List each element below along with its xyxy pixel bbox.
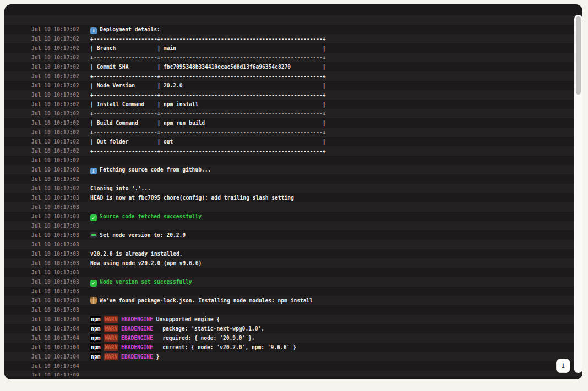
log-text-segment: npm [90,316,101,323]
log-line: Jul 10 10:17:03Set node version to: 20.2… [4,221,582,230]
log-timestamp: Jul 10 10:17:04 [31,324,90,333]
check-icon [90,280,97,287]
log-text-segment: WARN [104,316,118,323]
log-timestamp: Jul 10 10:17:02 [31,81,90,90]
log-message: Node version set successfully [90,279,192,285]
log-timestamp: Jul 10 10:17:02 [31,109,90,118]
log-message: | Node Version | 20.2.0 | [90,82,325,89]
log-message: Fetching source code from github... [90,167,211,173]
log-message: | Install Command | npm install | [90,101,325,107]
log-line: Jul 10 10:17:03v20.2.0 is already instal… [4,240,582,249]
log-message: | Out folder | out | [90,139,325,145]
down-arrow-icon: ↓ [560,362,567,370]
log-text-segment: +--------------------+------------------… [90,148,325,154]
log-timestamp: Jul 10 10:17:02 [31,43,90,53]
scrollbar-thumb[interactable] [576,16,581,95]
log-text-segment: +--------------------+------------------… [90,73,325,79]
log-timestamp: Jul 10 10:17:09 [31,371,90,376]
log-message: +--------------------+------------------… [90,92,325,98]
log-text-segment: Unsupported engine { [153,316,220,322]
log-text-segment: We've found package-lock.json. Installin… [100,298,313,304]
log-text-segment: WARN [104,344,118,351]
log-timestamp: Jul 10 10:17:02 [31,25,90,34]
log-timestamp: Jul 10 10:17:02 [31,184,90,193]
log-timestamp: Jul 10 10:17:04 [31,343,90,352]
log-text-segment: +--------------------+------------------… [90,36,325,42]
log-message: npm WARN EBADENGINE Unsupported engine { [90,316,220,323]
log-text-segment: npm [90,334,101,342]
log-message: Cloning into '.'... [90,185,151,191]
log-text-segment: EBADENGINE [121,354,153,360]
log-timestamp: Jul 10 10:17:03 [31,258,90,268]
log-message: +--------------------+------------------… [90,73,325,79]
log-text-segment: | Commit SHA | fbc7095348b334410ecac5d8d… [90,64,325,70]
log-text-segment: npm [90,325,101,332]
log-line: Jul 10 10:17:04npm WARN EBADENGINE Unsup… [4,305,582,315]
log-timestamp: Jul 10 10:17:03 [31,212,90,221]
log-text-segment: Cloning into '.'... [90,185,151,191]
log-lines[interactable]: Jul 10 10:17:02Deployment details: Jul 1… [4,15,582,376]
log-message: We've found package-lock.json. Installin… [90,298,313,304]
log-text-segment: EBADENGINE [121,316,153,322]
log-message: +--------------------+------------------… [90,111,325,117]
log-text-segment: HEAD is now at fbc7095 chore(config): ad… [90,195,294,201]
log-message: HEAD is now at fbc7095 chore(config): ad… [90,195,294,201]
log-timestamp: Jul 10 10:17:03 [31,230,90,240]
info-icon [90,27,97,34]
log-message: Set node version to: 20.2.0 [90,232,186,238]
log-text-segment: package: 'static-next-wp@0.1.0', [153,326,264,332]
log-timestamp: Jul 10 10:17:03 [31,249,90,258]
log-timestamp: Jul 10 10:17:02 [31,53,90,62]
log-text-segment: required: { node: '20.9.0' }, [153,335,255,341]
scrollbar[interactable] [574,15,582,373]
log-timestamp: Jul 10 10:17:04 [31,333,90,343]
log-message: +--------------------+------------------… [90,129,325,135]
log-line: Jul 10 10:17:03Source code fetched succe… [4,202,582,212]
log-message: +--------------------+------------------… [90,54,325,60]
log-text-segment: WARN [104,334,118,342]
log-text-segment: npm [90,353,101,360]
log-text-segment: +--------------------+------------------… [90,54,325,60]
log-message: npm WARN EBADENGINE package: 'static-nex… [90,325,264,332]
disk-icon [90,232,97,238]
log-text-segment: WARN [104,353,118,360]
log-timestamp: Jul 10 10:17:04 [31,315,90,324]
log-timestamp: Jul 10 10:17:03 [31,193,90,202]
log-timestamp: Jul 10 10:17:02 [31,128,90,137]
down-arrow-emoji-icon [90,168,97,174]
log-timestamp: Jul 10 10:17:03 [31,240,90,249]
log-line: Jul 10 10:17:09added 111 packages, and a… [4,371,582,376]
log-timestamp: Jul 10 10:17:03 [31,287,90,296]
package-icon [90,297,97,304]
log-timestamp: Jul 10 10:17:02 [31,146,90,156]
log-text-segment: Node version set successfully [100,279,192,285]
log-line: Jul 10 10:17:09 [4,361,582,371]
log-message: Deployment details: [90,26,160,32]
log-timestamp: Jul 10 10:17:02 [31,100,90,109]
log-text-segment: EBADENGINE [121,335,153,341]
log-timestamp: Jul 10 10:17:03 [31,221,90,230]
log-text-segment: | Out folder | out | [90,139,325,145]
log-timestamp: Jul 10 10:17:04 [31,361,90,371]
log-text-segment: WARN [104,325,118,332]
log-timestamp: Jul 10 10:17:02 [31,174,90,184]
log-text-segment: +--------------------+------------------… [90,92,325,98]
log-text-segment: Now using node v20.2.0 (npm v9.6.6) [90,260,202,266]
log-message: | Build Command | npm run build | [90,120,325,126]
page-background: Jul 10 10:17:02Deployment details: Jul 1… [0,0,588,391]
log-text-segment: | Branch | main | [90,45,325,51]
log-line: Jul 10 10:17:02Fetching source code from… [4,156,582,165]
log-timestamp: Jul 10 10:17:02 [31,118,90,128]
log-timestamp: Jul 10 10:17:03 [31,305,90,315]
log-message: npm WARN EBADENGINE } [90,353,159,360]
log-timestamp: Jul 10 10:17:02 [31,34,90,43]
log-message: +--------------------+------------------… [90,148,325,154]
log-text-segment: EBADENGINE [121,326,153,332]
log-message: | Branch | main | [90,45,325,51]
scroll-to-bottom-button[interactable]: ↓ [556,359,570,373]
log-text-segment: EBADENGINE [121,344,153,350]
log-line: Jul 10 10:17:02Deployment details: [4,15,582,25]
log-text-segment: Fetching source code from github... [100,167,211,173]
log-text-segment: +--------------------+------------------… [90,111,325,117]
deployment-log-panel: Jul 10 10:17:02Deployment details: Jul 1… [4,4,582,379]
